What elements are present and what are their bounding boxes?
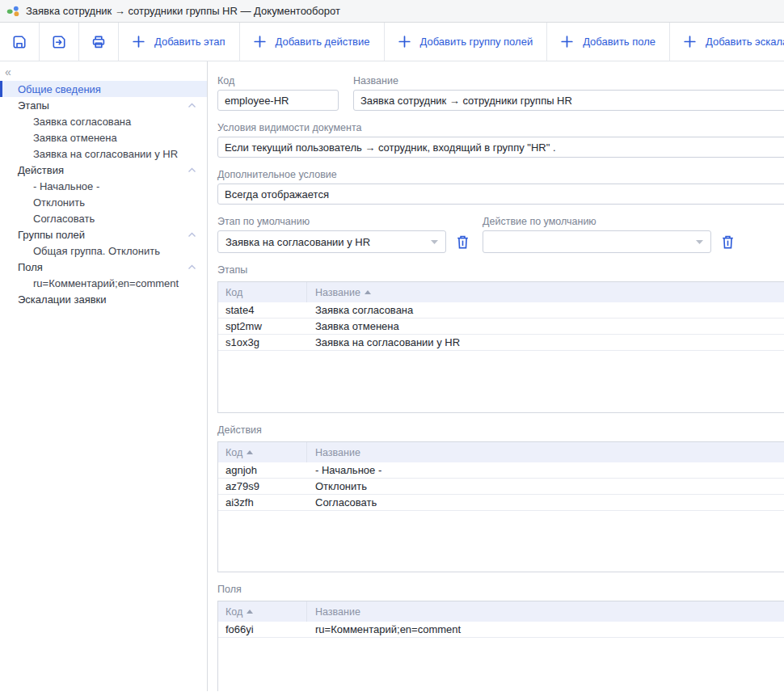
clear-default-stage-button[interactable] bbox=[457, 235, 469, 249]
column-header-label: Название bbox=[315, 287, 360, 298]
column-header-code[interactable]: Код bbox=[218, 601, 307, 622]
sidebar-item-label: Группы полей bbox=[18, 229, 85, 241]
chevron-up-icon[interactable] bbox=[188, 264, 196, 270]
column-header-label: Код bbox=[226, 606, 242, 618]
sidebar-item[interactable]: Этапы bbox=[0, 97, 207, 113]
table-row[interactable]: s1ox3gЗаявка на согласовании у HR bbox=[218, 335, 784, 351]
sidebar-item[interactable]: ru=Комментарий;en=comment bbox=[0, 275, 207, 291]
sidebar-item[interactable]: Общая группа. Отклонить bbox=[0, 243, 207, 259]
chevron-up-icon[interactable] bbox=[188, 167, 196, 173]
table-header-row: КодНазвание bbox=[218, 282, 784, 302]
visibility-label: Условия видимости документа bbox=[217, 122, 784, 134]
plus-icon bbox=[684, 36, 696, 48]
sidebar-item[interactable]: Заявка на согласовании у HR bbox=[0, 146, 207, 162]
actions-table-title: Действия bbox=[217, 424, 784, 437]
actions-section: ДействияКодНазваниеagnjoh- Начальное -az… bbox=[217, 424, 784, 572]
sidebar-item[interactable]: Заявка отменена bbox=[0, 129, 207, 146]
add-button-label: Добавить группу полей bbox=[420, 36, 533, 48]
sidebar-item[interactable]: Эскалации заявки bbox=[0, 291, 207, 307]
fields-table: КодНазваниеfo66yiru=Комментарий;en=comme… bbox=[217, 601, 784, 691]
sidebar-item-label: Эскалации заявки bbox=[18, 293, 107, 306]
add-stage-button[interactable]: Добавить этап bbox=[119, 23, 240, 61]
extra-condition-input[interactable] bbox=[217, 184, 784, 205]
toolbar: Добавить этапДобавить действиеДобавить г… bbox=[0, 23, 784, 61]
default-stage-select[interactable]: Заявка на согласовании у HR bbox=[217, 230, 446, 253]
column-header-label: Код bbox=[226, 287, 242, 298]
sidebar-item[interactable]: Согласовать bbox=[0, 210, 207, 226]
sidebar-item-label: ru=Комментарий;en=comment bbox=[33, 277, 179, 289]
visibility-input[interactable] bbox=[217, 137, 784, 158]
table-row[interactable]: spt2mwЗаявка отменена bbox=[218, 319, 784, 335]
column-header-name[interactable]: Название bbox=[307, 282, 784, 302]
add-button-label: Добавить поле bbox=[583, 36, 655, 48]
table-row[interactable]: az79s9Отклонить bbox=[218, 479, 784, 495]
save-button[interactable] bbox=[0, 23, 40, 61]
code-input[interactable] bbox=[217, 90, 339, 111]
cell-code: s1ox3g bbox=[218, 336, 307, 348]
save-as-button[interactable] bbox=[40, 23, 79, 61]
collapse-sidebar-icon[interactable]: « bbox=[5, 65, 11, 78]
table-row[interactable]: fo66yiru=Комментарий;en=comment bbox=[218, 622, 784, 638]
clear-default-action-button[interactable] bbox=[722, 235, 734, 249]
add-field-group-button[interactable]: Добавить группу полей bbox=[385, 23, 548, 61]
column-header-label: Название bbox=[315, 606, 360, 618]
cell-name: Заявка отменена bbox=[307, 320, 784, 332]
table-body: fo66yiru=Комментарий;en=comment bbox=[218, 622, 784, 638]
sidebar-item-label: Заявка отменена bbox=[33, 132, 117, 144]
sidebar-header: « bbox=[0, 61, 207, 81]
column-header-code[interactable]: Код bbox=[218, 282, 307, 302]
tables-area: ЭтапыКодНазваниеstate4Заявка согласована… bbox=[217, 264, 784, 691]
default-action-select[interactable] bbox=[483, 230, 711, 253]
default-stage-value: Заявка на согласовании у HR bbox=[226, 236, 370, 248]
sidebar-item[interactable]: Действия bbox=[0, 162, 207, 178]
sort-asc-icon bbox=[365, 290, 371, 294]
cell-name: Заявка на согласовании у HR bbox=[307, 336, 784, 348]
chevron-up-icon[interactable] bbox=[188, 232, 196, 238]
floppy-forward-icon bbox=[51, 34, 67, 50]
sidebar-item-label: Действия bbox=[18, 164, 64, 176]
actions-table: КодНазваниеagnjoh- Начальное -az79s9Откл… bbox=[217, 441, 784, 572]
default-action-label: Действие по умолчанию bbox=[483, 216, 734, 228]
cell-code: spt2mw bbox=[218, 320, 307, 332]
sidebar-item[interactable]: Поля bbox=[0, 259, 207, 275]
sidebar-item[interactable]: Отклонить bbox=[0, 194, 207, 210]
sidebar-item[interactable]: Общие сведения bbox=[0, 81, 207, 97]
cell-name: ru=Комментарий;en=comment bbox=[307, 623, 784, 635]
table-row[interactable]: state4Заявка согласована bbox=[218, 302, 784, 319]
sidebar-item-label: Поля bbox=[18, 261, 43, 273]
chevron-down-icon bbox=[431, 240, 438, 244]
cell-code: agnjoh bbox=[218, 464, 307, 476]
title-bar: Заявка сотрудник → сотрудники группы HR … bbox=[0, 0, 784, 23]
sidebar-item[interactable]: Заявка согласована bbox=[0, 113, 207, 129]
floppy-save-icon bbox=[11, 34, 27, 50]
chevron-up-icon[interactable] bbox=[188, 103, 196, 108]
print-button[interactable] bbox=[79, 23, 119, 61]
table-header-row: КодНазвание bbox=[218, 601, 784, 622]
column-header-name[interactable]: Название bbox=[307, 442, 784, 462]
sidebar-item-label: Заявка на согласовании у HR bbox=[33, 148, 178, 160]
sidebar-item-label: Заявка согласована bbox=[33, 116, 131, 128]
stages-table: КодНазваниеstate4Заявка согласованаspt2m… bbox=[217, 281, 784, 413]
add-escalation-button[interactable]: Добавить эскалацию bbox=[670, 23, 784, 61]
add-action-button[interactable]: Добавить действие bbox=[240, 23, 385, 61]
table-row[interactable]: ai3zfhСогласовать bbox=[218, 495, 784, 511]
name-input[interactable] bbox=[353, 90, 784, 111]
cell-code: az79s9 bbox=[218, 480, 307, 492]
cell-code: fo66yi bbox=[218, 623, 307, 635]
column-header-code[interactable]: Код bbox=[218, 442, 307, 462]
code-label: Код bbox=[217, 75, 339, 87]
add-field-button[interactable]: Добавить поле bbox=[547, 23, 670, 61]
column-header-name[interactable]: Название bbox=[307, 601, 784, 622]
cell-name: Отклонить bbox=[307, 480, 784, 492]
sidebar-item[interactable]: Группы полей bbox=[0, 226, 207, 243]
fields-section: ПоляКодНазваниеfo66yiru=Комментарий;en=c… bbox=[217, 584, 784, 691]
plus-icon bbox=[561, 36, 573, 48]
sidebar-item[interactable]: - Начальное - bbox=[0, 178, 207, 194]
name-label: Название bbox=[353, 75, 784, 87]
table-row[interactable]: agnjoh- Начальное - bbox=[218, 462, 784, 479]
table-header-row: КодНазвание bbox=[218, 442, 784, 462]
window-title: Заявка сотрудник → сотрудники группы HR … bbox=[26, 5, 340, 17]
cell-name: - Начальное - bbox=[307, 464, 784, 476]
add-button-label: Добавить этап bbox=[154, 36, 226, 48]
column-header-label: Название bbox=[315, 447, 360, 458]
